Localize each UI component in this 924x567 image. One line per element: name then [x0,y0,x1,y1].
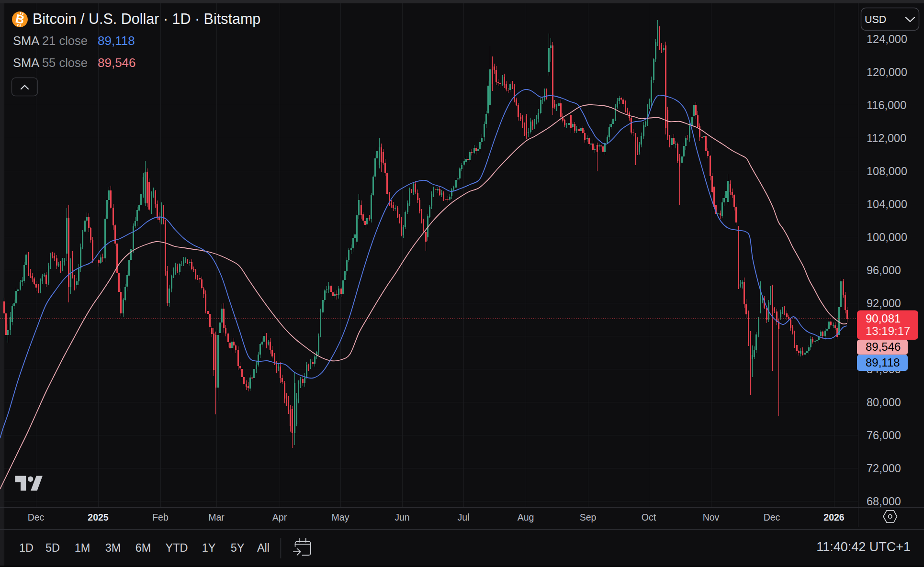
svg-text:Jul: Jul [458,512,470,523]
svg-text:68,000: 68,000 [867,495,901,508]
svg-text:Apr: Apr [272,512,287,523]
svg-text:76,000: 76,000 [867,429,901,442]
svg-text:Jun: Jun [394,512,409,523]
svg-text:89,546: 89,546 [98,56,136,70]
svg-text:SMA 21 close: SMA 21 close [13,34,88,47]
svg-text:SMA 55 close: SMA 55 close [13,56,88,69]
svg-text:Sep: Sep [580,512,597,523]
svg-text:USD: USD [865,14,886,25]
svg-text:108,000: 108,000 [867,165,907,178]
svg-text:All: All [257,542,270,554]
svg-text:6M: 6M [135,542,151,554]
svg-text:Feb: Feb [152,512,169,523]
svg-text:May: May [332,512,349,523]
svg-text:5D: 5D [45,542,60,554]
svg-text:80,000: 80,000 [867,396,901,409]
svg-text:Dec: Dec [764,512,780,523]
svg-text:Dec: Dec [28,512,45,523]
svg-text:116,000: 116,000 [867,99,906,111]
svg-text:Nov: Nov [703,512,720,523]
svg-text:90,081: 90,081 [866,312,901,325]
svg-text:100,000: 100,000 [867,231,907,244]
svg-text:1Y: 1Y [202,542,216,554]
svg-text:5Y: 5Y [231,542,245,554]
svg-text:Bitcoin / U.S. Dollar · 1D · B: Bitcoin / U.S. Dollar · 1D · Bitstamp [33,11,260,27]
svg-text:YTD: YTD [166,542,188,554]
svg-text:120,000: 120,000 [867,66,907,78]
svg-text:2026: 2026 [823,512,845,523]
svg-text:124,000: 124,000 [867,33,907,45]
svg-text:89,546: 89,546 [866,340,901,353]
svg-text:Oct: Oct [642,512,656,523]
svg-text:72,000: 72,000 [867,462,901,475]
svg-text:1M: 1M [75,542,90,554]
svg-text:Mar: Mar [208,512,225,523]
svg-text:3M: 3M [105,542,121,554]
svg-text:112,000: 112,000 [867,132,906,145]
svg-text:92,000: 92,000 [867,297,901,310]
svg-text:89,118: 89,118 [98,33,135,48]
svg-text:96,000: 96,000 [867,264,901,277]
svg-text:2025: 2025 [88,512,109,523]
svg-text:89,118: 89,118 [866,356,900,369]
svg-text:11:40:42 UTC+1: 11:40:42 UTC+1 [816,540,911,554]
svg-text:1D: 1D [19,542,34,554]
svg-text:Aug: Aug [518,512,534,523]
svg-text:104,000: 104,000 [867,198,907,211]
svg-text:13:19:17: 13:19:17 [866,324,910,337]
